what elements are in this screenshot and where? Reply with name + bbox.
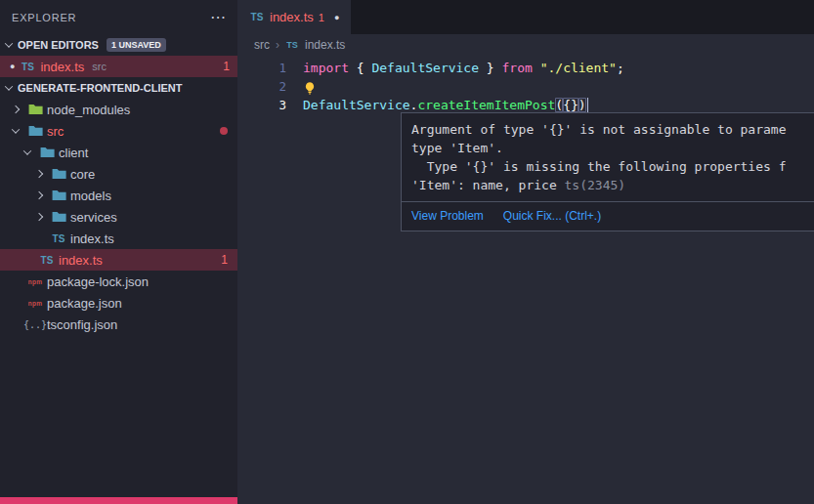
tree-item-label: services	[70, 210, 117, 225]
typescript-icon: TS	[39, 255, 55, 266]
tree-item-label: index.ts	[70, 231, 114, 246]
tab-label: index.ts	[270, 10, 314, 24]
npm-icon: npm	[27, 278, 43, 285]
tree-item-label: core	[70, 167, 95, 182]
open-editor-item-index-ts[interactable]: ● TS index.ts src 1	[0, 56, 237, 77]
explorer-title: EXPLORER	[12, 12, 210, 23]
sidebar-title-row: EXPLORER ⋯	[0, 0, 237, 34]
tab-index-ts[interactable]: TS index.ts 1 ●	[237, 0, 351, 34]
json-icon: {..}	[27, 319, 43, 330]
tree-item-core[interactable]: core	[0, 163, 237, 185]
breadcrumb-file[interactable]: index.ts	[305, 38, 345, 52]
more-actions-icon[interactable]: ⋯	[210, 10, 226, 25]
explorer-sidebar: EXPLORER ⋯ OPEN EDITORS 1 UNSAVED ● TS i…	[0, 0, 237, 504]
chevron-right-icon	[31, 192, 47, 198]
tree-item-services[interactable]: services	[0, 206, 237, 228]
tree-item-index-ts[interactable]: TSindex.ts	[0, 228, 237, 249]
tree-item-label: package.json	[47, 296, 122, 311]
quick-fix-ctrl-link[interactable]: Quick Fix... (Ctrl+.)	[503, 209, 601, 223]
breadcrumb-folder[interactable]: src	[254, 38, 270, 52]
open-editors-label: OPEN EDITORS	[18, 39, 99, 51]
folder-icon	[39, 147, 55, 158]
tree-item-label: models	[70, 189, 111, 203]
open-editors-header[interactable]: OPEN EDITORS 1 UNSAVED	[0, 34, 237, 56]
chevron-down-icon	[5, 39, 13, 47]
error-count-badge: 1	[221, 253, 228, 267]
modified-dot-icon[interactable]: ●	[334, 13, 339, 22]
tree-item-label: client	[59, 146, 88, 160]
code-editor[interactable]: 1import { DefaultService } from "./clien…	[237, 56, 814, 114]
line-content	[303, 77, 317, 96]
view-problem-link[interactable]: View Problem	[411, 209, 484, 223]
tree-item-src[interactable]: src	[0, 120, 237, 142]
tree-item-package-lock-json[interactable]: npmpackage-lock.json	[0, 271, 237, 292]
tooltip-actions: View ProblemQuick Fix... (Ctrl+.)	[402, 201, 814, 231]
tree-item-index-ts[interactable]: TSindex.ts1	[0, 249, 237, 271]
tab-error-count: 1	[319, 12, 324, 23]
folder-icon	[51, 168, 66, 180]
folder-icon	[51, 211, 66, 223]
error-dot-badge	[220, 127, 228, 135]
line-content: import { DefaultService } from "./client…	[303, 59, 624, 77]
folder-icon	[27, 104, 43, 115]
workspace-label: GENERATE-FRONTEND-CLIENT	[18, 82, 182, 94]
tree-item-models[interactable]: models	[0, 185, 237, 206]
typescript-icon: TS	[51, 233, 66, 244]
line-number: 2	[237, 77, 303, 96]
tree-item-label: src	[47, 124, 64, 139]
chevron-right-icon	[8, 106, 23, 112]
chevron-down-icon	[20, 149, 35, 155]
error-count-badge: 1	[223, 60, 230, 73]
unsaved-badge: 1 UNSAVED	[107, 38, 166, 52]
tooltip-text-line: Argument of type '{}' is not assignable …	[411, 120, 814, 139]
chevron-down-icon	[8, 128, 23, 134]
typescript-icon: TS	[249, 12, 265, 22]
file-tree: node_modulessrcclientcoremodelsservicesT…	[0, 99, 237, 335]
tree-item-tsconfig-json[interactable]: {..}tsconfig.json	[0, 314, 237, 335]
workspace-header[interactable]: GENERATE-FRONTEND-CLIENT	[0, 77, 237, 99]
tree-item-label: package-lock.json	[47, 274, 149, 289]
tree-item-package-json[interactable]: npmpackage.json	[0, 292, 237, 314]
open-editor-detail: src	[92, 61, 107, 72]
tree-item-label: index.ts	[59, 253, 103, 268]
breadcrumb: src › TS index.ts	[237, 34, 814, 56]
typescript-icon: TS	[285, 40, 299, 50]
tree-item-client[interactable]: client	[0, 142, 237, 163]
folder-icon	[51, 189, 66, 201]
open-editor-file-label: index.ts	[40, 60, 84, 74]
tree-item-node-modules[interactable]: node_modules	[0, 99, 237, 120]
line-number: 1	[237, 59, 303, 77]
lightbulb-icon[interactable]	[303, 81, 317, 95]
modified-dot-icon: ●	[10, 63, 15, 71]
tab-bar: TS index.ts 1 ●	[237, 0, 814, 34]
tooltip-text-line: 'Item': name, price ts(2345)	[411, 176, 814, 194]
tooltip-text-line: Type '{}' is missing the following prope…	[411, 157, 814, 176]
typescript-icon: TS	[20, 62, 35, 72]
npm-icon: npm	[27, 300, 43, 307]
sidebar-bottom-strip	[0, 497, 237, 504]
tree-item-label: tsconfig.json	[47, 317, 117, 332]
code-line[interactable]: 2	[237, 77, 814, 96]
error-tooltip: Argument of type '{}' is not assignable …	[401, 112, 814, 231]
tree-item-label: node_modules	[47, 103, 130, 117]
text-cursor	[587, 98, 589, 112]
vscode-window: EXPLORER ⋯ OPEN EDITORS 1 UNSAVED ● TS i…	[0, 0, 814, 504]
tooltip-message: Argument of type '{}' is not assignable …	[402, 113, 814, 201]
breadcrumb-separator-icon: ›	[276, 38, 279, 52]
code-line[interactable]: 1import { DefaultService } from "./clien…	[237, 59, 814, 77]
folder-icon	[27, 125, 43, 137]
chevron-right-icon	[31, 214, 47, 220]
editor-region: TS index.ts 1 ● src › TS index.ts 1impor…	[237, 0, 814, 504]
tooltip-text-line: type 'Item'.	[411, 139, 814, 157]
chevron-right-icon	[31, 171, 47, 177]
line-number: 3	[237, 96, 303, 114]
chevron-down-icon	[5, 82, 13, 90]
